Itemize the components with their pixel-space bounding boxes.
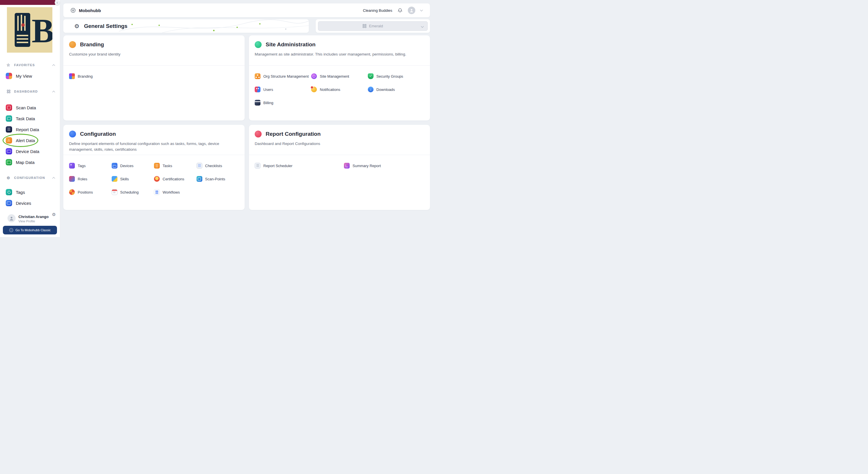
item-label: Downloads [376,88,395,92]
chevron-up-icon [52,177,55,180]
card-item-org-structure[interactable]: Org Structure Management [255,73,311,79]
item-label: Certifications [163,177,184,181]
sidebar-item-map-data[interactable]: Map Data [0,157,60,168]
dashboard-section-header[interactable]: DASHBOARD [0,88,60,95]
org-structure-icon [255,73,260,79]
card-item-skills[interactable]: Skills [112,176,154,182]
card-subtitle: Dashboard and Report Configurations [255,141,416,147]
company-logo-art: B [7,7,52,53]
account-menu[interactable]: Cleaning Buddies [363,7,423,14]
theme-grid-icon [363,24,366,28]
card-item-site-management[interactable]: Site Management [311,73,368,79]
card-subtitle: Define important elements of functional … [69,141,230,153]
sidebar-item-scan-data[interactable]: Scan Data [0,102,60,113]
notifications-icon [311,87,317,92]
card-item-billing[interactable]: Billing [255,100,311,106]
card-item-security-groups[interactable]: Security Groups [368,73,424,79]
sidebar-item-label: My View [16,74,32,78]
classic-logo-icon [9,228,13,232]
positions-icon [69,189,75,195]
item-label: Tasks [163,164,172,168]
card-item-roles[interactable]: Roles [69,176,112,182]
sidebar-item-device-data[interactable]: Device Data [0,146,60,157]
theme-select-value: Emerald [369,24,383,28]
card-item-checklists[interactable]: Checklists [196,163,239,169]
sidebar-item-tags[interactable]: Tags [0,187,60,198]
item-label: Scan-Points [205,177,225,181]
configuration-section-header[interactable]: ⚙ CONFIGURATION [0,175,60,181]
card-item-downloads[interactable]: ↓ Downloads [368,87,424,92]
sidebar-item-report-data[interactable]: Report Data [0,124,60,135]
users-icon [255,87,260,92]
branding-card: Branding Customize your brand identity B… [63,35,245,121]
user-profile[interactable]: Christian Arango View Profile ⚙ [3,213,57,226]
sidebar: B ☆ FAVORITES My View DASHBOARD Scan Dat… [0,0,60,237]
billing-icon [255,100,260,106]
card-item-notifications[interactable]: Notifications [311,87,368,92]
star-icon: ☆ [6,63,11,67]
chevron-up-icon [52,64,55,67]
app-logo-icon [70,7,76,13]
account-avatar[interactable] [408,7,415,14]
theme-select[interactable]: Emerald [318,21,428,31]
sidebar-item-task-data[interactable]: Task Data [0,113,60,124]
card-subtitle: Management as site administrator. This i… [255,52,416,57]
item-label: Site Management [320,74,349,78]
sidebar-item-label: Device Data [16,149,39,154]
account-name: Cleaning Buddies [363,8,392,13]
card-title: Branding [80,41,104,48]
user-avatar [7,214,16,222]
sidebar-item-label: Tags [16,190,25,195]
settings-gear-icon: ⚙ [74,23,80,30]
sidebar-item-label: Map Data [16,160,34,165]
item-label: Workflows [163,190,180,195]
card-item-positions[interactable]: Positions [69,189,112,195]
card-item-workflows[interactable]: Workflows [154,189,196,195]
summary-report-icon [344,163,350,169]
sidebar-item-alert-data[interactable]: ⚠ Alert Data [0,135,60,146]
card-item-tasks[interactable]: Tasks [154,163,196,169]
tasks-icon [154,163,160,169]
card-title: Site Administration [266,41,315,48]
card-item-certifications[interactable]: Certifications [154,176,196,182]
view-profile-link[interactable]: View Profile [19,219,49,223]
devices-icon [112,163,117,169]
decoration-constellation [119,19,309,33]
svg-text:B: B [32,12,52,50]
favorites-section-header[interactable]: ☆ FAVORITES [0,62,60,68]
sidebar-item-my-view[interactable]: My View [0,70,60,81]
card-item-scheduling[interactable]: Scheduling [112,189,154,195]
sidebar-topbar [0,0,55,5]
item-label: Devices [120,164,133,168]
chevron-down-icon[interactable] [420,9,423,11]
sidebar-collapse-button[interactable] [55,0,60,5]
sidebar-item-label: Devices [16,201,31,206]
main-content: Mobohubb Cleaning Buddies ⚙ General Sett… [60,0,434,237]
classic-button-label: Go To Mobohubb Classic [16,228,51,232]
card-item-devices[interactable]: Devices [112,163,154,169]
card-item-users[interactable]: Users [255,87,311,92]
site-management-icon [311,73,317,79]
item-label: Summary Report [352,164,381,168]
card-item-branding[interactable]: Branding [69,73,239,79]
subheader-row: ⚙ General Settings Emerald [63,19,430,33]
card-item-summary-report[interactable]: Summary Report [344,163,424,169]
item-label: Security Groups [376,74,403,78]
profile-settings-gear-icon[interactable]: ⚙ [52,212,56,217]
branding-circle-icon [69,41,76,48]
card-item-scan-points[interactable]: Scan-Points [196,176,239,182]
report-scheduler-icon [255,163,260,169]
report-data-icon [6,126,12,133]
sidebar-item-devices[interactable]: Devices [0,198,60,208]
card-item-report-scheduler[interactable]: Report Scheduler [255,163,344,169]
favorites-section-label: FAVORITES [14,63,49,67]
bell-icon[interactable] [398,8,403,13]
item-label: Skills [120,177,129,181]
report-configuration-card: Report Configuration Dashboard and Repor… [249,125,430,210]
card-item-tags[interactable]: Tags [69,163,112,169]
item-label: Tags [78,164,86,168]
chevron-up-icon [52,91,55,94]
scan-points-icon [196,176,202,182]
item-label: Scheduling [120,190,139,195]
go-to-classic-button[interactable]: Go To Mobohubb Classic [3,226,57,234]
